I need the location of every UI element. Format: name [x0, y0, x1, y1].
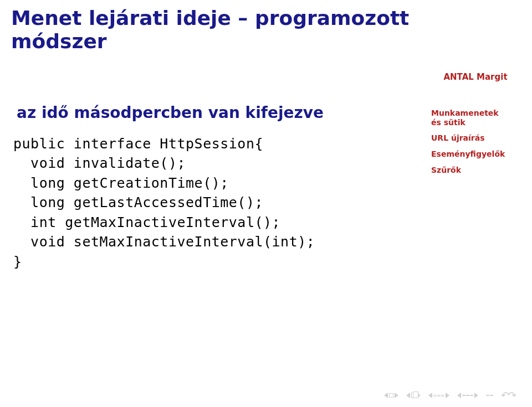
sidebar-title-line: Menetkezelés.: [442, 36, 509, 46]
nav-label: és sütik: [431, 118, 466, 127]
nav-prev-frame[interactable]: [406, 393, 421, 398]
nav-label: URL újraírás: [431, 133, 485, 142]
slide: Menet lejárati ideje – programozott móds…: [0, 0, 532, 407]
triangle-right-icon: [446, 393, 449, 398]
title-line-1: Menet lejárati ideje – programozott: [11, 7, 409, 29]
square-icon: [389, 393, 393, 398]
nav-item-sessions[interactable]: Munkamenetek és sütik: [431, 109, 525, 127]
triangle-left-icon: [428, 393, 432, 398]
slide-title: Menet lejárati ideje – programozott móds…: [11, 7, 410, 54]
bars-icon: [433, 395, 444, 396]
beamer-nav: ↶↷: [384, 389, 515, 401]
stack-icon: [411, 393, 416, 398]
sidebar-title-line: 4. előadás: [452, 26, 500, 36]
triangle-left-icon: [406, 393, 410, 398]
triangle-right-icon: [395, 393, 398, 398]
nav-label: Munkamenetek: [431, 109, 499, 117]
nav-item-filters[interactable]: Szűrők: [431, 166, 525, 175]
sidebar-author: ANTAL Margit: [426, 72, 525, 82]
sidebar: Java technológiák – 4. előadás Menetkeze…: [426, 6, 525, 182]
nav-prev-slide[interactable]: [384, 393, 398, 398]
sidebar-nav: Munkamenetek és sütik URL újraírás Esemé…: [426, 109, 525, 175]
nav-item-url-rewrite[interactable]: URL újraírás: [431, 133, 525, 143]
triangle-left-icon: [457, 393, 461, 398]
nav-back-forward[interactable]: ↶↷: [501, 389, 515, 401]
sidebar-title-line: Eseményfigyelők.: [434, 46, 517, 56]
sidebar-title: Java technológiák – 4. előadás Menetkeze…: [426, 6, 525, 66]
nav-label: Szűrők: [431, 166, 461, 174]
title-line-2: módszer: [11, 30, 107, 53]
main-content: Menet lejárati ideje – programozott móds…: [11, 7, 410, 271]
nav-prev-section[interactable]: [428, 393, 449, 398]
sidebar-title-line: technológiák –: [442, 16, 509, 25]
nav-item-listeners[interactable]: Eseményfigyelők: [431, 150, 525, 159]
triangle-left-icon: [384, 393, 388, 398]
sidebar-title-line: Java: [466, 6, 485, 16]
code-block: public interface HttpSession{ void inval…: [13, 134, 410, 272]
nav-appendix[interactable]: [486, 395, 493, 396]
bar-icon: [462, 395, 473, 396]
nav-label: Eseményfigyelők: [431, 150, 505, 158]
triangle-right-icon: [474, 393, 478, 398]
sidebar-title-line: Szűrők.: [458, 56, 493, 66]
slide-subtitle: az idő másodpercben van kifejezve: [17, 104, 410, 122]
nav-prev-subsection[interactable]: [457, 393, 478, 398]
bar-icon: [486, 395, 493, 396]
